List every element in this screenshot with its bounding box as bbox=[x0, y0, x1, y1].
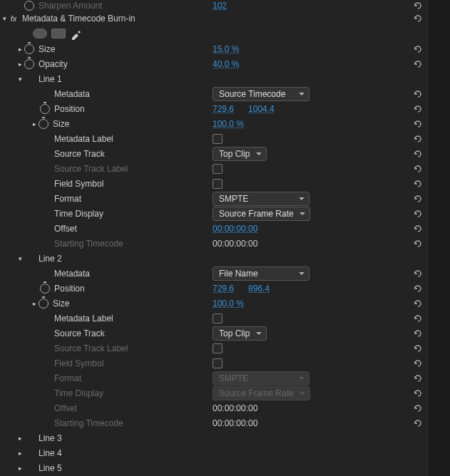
stopwatch-icon[interactable] bbox=[24, 59, 34, 69]
source-track-label-checkbox[interactable] bbox=[213, 343, 223, 353]
caret-right-icon[interactable]: ▸ bbox=[16, 435, 24, 442]
group-title: Line 1 bbox=[39, 74, 62, 84]
text-color-swatch[interactable] bbox=[33, 29, 47, 38]
reset-icon[interactable] bbox=[413, 224, 424, 233]
param-label: Format bbox=[54, 373, 81, 383]
param-value[interactable]: 40.0 % bbox=[213, 59, 239, 69]
reset-icon[interactable] bbox=[413, 45, 424, 53]
group-header-line4[interactable]: ▸Line 4 bbox=[0, 445, 429, 460]
caret-right-icon[interactable]: ▸ bbox=[16, 465, 24, 472]
reset-icon[interactable] bbox=[413, 180, 424, 188]
metadata-select[interactable]: File Name bbox=[213, 267, 310, 281]
reset-icon[interactable] bbox=[413, 239, 424, 248]
group-header-line3[interactable]: ▸Line 3 bbox=[0, 430, 429, 445]
field-symbol-checkbox[interactable] bbox=[213, 179, 223, 189]
caret-right-icon[interactable]: ▸ bbox=[16, 450, 24, 457]
param-label: Source Track bbox=[54, 149, 105, 159]
caret-down-icon[interactable]: ▾ bbox=[16, 76, 24, 83]
param-row-metadata: Metadata File Name bbox=[0, 266, 429, 281]
reset-icon[interactable] bbox=[413, 1, 424, 10]
group-header-line5[interactable]: ▸Line 5 bbox=[0, 460, 429, 475]
reset-icon[interactable] bbox=[413, 389, 424, 398]
right-gutter bbox=[429, 0, 450, 476]
param-value[interactable]: 102 bbox=[213, 1, 227, 11]
stopwatch-icon[interactable] bbox=[39, 299, 48, 309]
reset-icon[interactable] bbox=[413, 105, 424, 113]
param-row-field-symbol: Field Symbol bbox=[0, 356, 429, 371]
reset-icon[interactable] bbox=[413, 209, 424, 218]
group-header-line2[interactable]: ▾ Line 2 bbox=[0, 251, 429, 266]
reset-icon[interactable] bbox=[413, 60, 424, 68]
format-select[interactable]: SMPTE bbox=[213, 192, 310, 206]
param-value[interactable]: 15.0 % bbox=[213, 44, 239, 54]
time-display-select[interactable]: Source Frame Rate bbox=[213, 207, 310, 221]
param-label: Source Track bbox=[54, 328, 105, 338]
param-row-opacity: ▸ Opacity 40.0 % bbox=[0, 56, 429, 71]
position-y[interactable]: 1004.4 bbox=[248, 104, 275, 114]
reset-icon[interactable] bbox=[413, 165, 424, 173]
param-row-format: Format SMPTE bbox=[0, 371, 429, 386]
caret-right-icon[interactable]: ▸ bbox=[30, 300, 39, 307]
param-value[interactable]: 100.0 % bbox=[213, 119, 244, 129]
reset-icon[interactable] bbox=[413, 135, 424, 143]
stopwatch-icon[interactable] bbox=[24, 1, 34, 11]
reset-icon[interactable] bbox=[413, 374, 424, 383]
source-track-label-checkbox[interactable] bbox=[213, 164, 223, 174]
effect-header[interactable]: ▾ fx Metadata & Timecode Burn-in bbox=[0, 11, 429, 26]
param-row-offset: Offset 00:00:00:00 bbox=[0, 221, 429, 236]
reset-icon[interactable] bbox=[413, 14, 424, 23]
reset-icon[interactable] bbox=[413, 269, 424, 278]
param-label: Starting Timecode bbox=[54, 418, 123, 428]
metadata-label-checkbox[interactable] bbox=[213, 134, 223, 144]
position-x[interactable]: 729.6 bbox=[213, 284, 234, 294]
param-label: Metadata Label bbox=[54, 314, 113, 324]
param-row-metadata-label: Metadata Label bbox=[0, 131, 429, 146]
metadata-label-checkbox[interactable] bbox=[213, 314, 223, 324]
reset-icon[interactable] bbox=[413, 299, 424, 308]
caret-right-icon[interactable]: ▸ bbox=[16, 46, 24, 53]
reset-icon[interactable] bbox=[413, 419, 424, 428]
reset-icon[interactable] bbox=[413, 404, 424, 413]
stopwatch-icon[interactable] bbox=[40, 104, 50, 114]
source-track-select[interactable]: Top Clip bbox=[213, 326, 267, 341]
stopwatch-icon[interactable] bbox=[39, 119, 48, 129]
reset-icon[interactable] bbox=[413, 344, 424, 353]
param-row-position: Position 729.6896.4 bbox=[0, 281, 429, 296]
offset-value[interactable]: 00:00:00:00 bbox=[213, 224, 257, 234]
reset-icon[interactable] bbox=[413, 120, 424, 128]
stopwatch-icon[interactable] bbox=[40, 284, 50, 294]
reset-icon[interactable] bbox=[413, 195, 424, 203]
param-label: Source Track Label bbox=[54, 164, 128, 174]
background-color-swatch[interactable] bbox=[51, 29, 66, 38]
param-value[interactable]: 100.0 % bbox=[213, 299, 244, 309]
reset-icon[interactable] bbox=[413, 150, 424, 158]
fx-icon[interactable]: fx bbox=[9, 14, 19, 24]
reset-icon[interactable] bbox=[413, 284, 424, 293]
param-row-source-track-label: Source Track Label bbox=[0, 341, 429, 356]
param-label: Starting Timecode bbox=[54, 239, 123, 249]
caret-down-icon[interactable]: ▾ bbox=[16, 255, 24, 262]
caret-right-icon[interactable]: ▸ bbox=[30, 120, 39, 128]
stopwatch-icon[interactable] bbox=[24, 44, 34, 54]
reset-icon[interactable] bbox=[413, 90, 424, 98]
param-label: Size bbox=[53, 119, 69, 129]
param-row-size: ▸ Size 15.0 % bbox=[0, 41, 429, 56]
caret-down-icon[interactable]: ▾ bbox=[0, 15, 9, 22]
offset-value: 00:00:00:00 bbox=[213, 403, 257, 413]
source-track-select[interactable]: Top Clip bbox=[213, 147, 267, 161]
color-swatch-bar bbox=[0, 26, 429, 41]
param-label: Field Symbol bbox=[54, 179, 103, 189]
starting-tc-value: 00:00:00:00 bbox=[213, 418, 257, 428]
field-symbol-checkbox[interactable] bbox=[213, 358, 223, 368]
position-y[interactable]: 896.4 bbox=[248, 284, 270, 294]
group-header-line1[interactable]: ▾ Line 1 bbox=[0, 71, 429, 86]
param-label: Opacity bbox=[39, 59, 68, 69]
reset-icon[interactable] bbox=[413, 314, 424, 323]
position-x[interactable]: 729.6 bbox=[213, 104, 234, 114]
reset-icon[interactable] bbox=[413, 359, 424, 368]
param-label: Metadata Label bbox=[54, 134, 113, 144]
caret-right-icon[interactable]: ▸ bbox=[16, 61, 24, 68]
metadata-select[interactable]: Source Timecode bbox=[213, 87, 310, 101]
reset-icon[interactable] bbox=[413, 329, 424, 338]
eyedropper-icon[interactable] bbox=[70, 27, 83, 40]
